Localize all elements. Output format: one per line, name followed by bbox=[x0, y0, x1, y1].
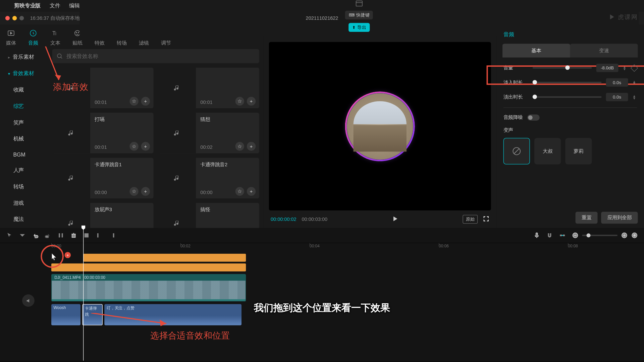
sfx-card[interactable]: 00:01 ☆+ bbox=[158, 68, 259, 108]
svg-point-8 bbox=[78, 32, 79, 33]
sidebar-item-laugh[interactable]: 笑声 bbox=[0, 115, 48, 131]
sfx-card[interactable]: 搞怪 00:01 ☆+ bbox=[158, 203, 259, 228]
delete-icon[interactable] bbox=[70, 232, 77, 239]
add-button[interactable]: + bbox=[141, 97, 150, 106]
voice-uncle[interactable]: 大叔 bbox=[534, 138, 561, 164]
music-note-icon bbox=[158, 68, 196, 108]
zoom-in-icon[interactable] bbox=[621, 232, 628, 239]
add-track-button[interactable]: + bbox=[65, 252, 71, 258]
volume-value[interactable]: -8.0dB bbox=[596, 64, 619, 72]
mic-icon[interactable] bbox=[533, 232, 540, 239]
svg-text:I: I bbox=[55, 32, 56, 36]
link-icon[interactable] bbox=[559, 232, 566, 239]
favorite-button[interactable]: ☆ bbox=[235, 187, 244, 196]
volume-slider[interactable] bbox=[533, 67, 592, 68]
fullscreen-button[interactable] bbox=[483, 216, 489, 223]
zoom-slider[interactable] bbox=[582, 235, 617, 236]
add-button[interactable]: + bbox=[247, 97, 256, 106]
effect-track[interactable] bbox=[51, 263, 644, 272]
dropdown-icon[interactable] bbox=[19, 232, 26, 239]
stepper-icon[interactable]: ▲▼ bbox=[623, 66, 627, 70]
cursor-icon bbox=[51, 253, 57, 261]
sfx-card[interactable]: 卡通弹跳音2 00:00 ☆+ bbox=[158, 158, 259, 198]
sfx-card[interactable]: 打嗝 00:01 ☆+ bbox=[52, 113, 154, 153]
player-canvas[interactable] bbox=[269, 42, 491, 210]
tab-audio[interactable]: 音频 bbox=[28, 29, 38, 46]
add-button[interactable]: + bbox=[247, 187, 256, 196]
duration-label: 00:01 bbox=[95, 144, 107, 150]
sidebar-item-variety[interactable]: 综艺 bbox=[0, 98, 48, 115]
window-controls[interactable] bbox=[5, 16, 24, 20]
favorite-button[interactable]: ☆ bbox=[235, 142, 244, 150]
menu-app[interactable]: 剪映专业版 bbox=[14, 2, 41, 9]
sidebar-item-trans[interactable]: 转场 bbox=[0, 179, 48, 195]
select-tool-icon[interactable] bbox=[6, 232, 13, 239]
favorite-button[interactable]: ☆ bbox=[129, 187, 138, 196]
play-button[interactable] bbox=[392, 216, 398, 223]
fadeout-row: 淡出时长 0.0s ▲▼ bbox=[503, 93, 637, 101]
effect-track[interactable] bbox=[51, 254, 644, 262]
zoom-out-icon[interactable] bbox=[572, 232, 579, 239]
autosave-status: 16:36:37 自动保存本地 bbox=[30, 15, 80, 21]
playhead[interactable] bbox=[83, 228, 84, 361]
split-icon[interactable] bbox=[57, 232, 64, 239]
annotation-choose: 选择合适音效和位置 bbox=[150, 330, 230, 342]
audio-clip[interactable]: Woosh bbox=[51, 304, 80, 325]
player-panel: 播放器 00:00:00:02 00:00:03:00 原始 bbox=[264, 25, 496, 228]
tab-basic[interactable]: 基本 bbox=[502, 44, 570, 58]
sidebar-item-game[interactable]: 游戏 bbox=[0, 195, 48, 212]
fadeout-value[interactable]: 0.0s bbox=[606, 93, 628, 101]
add-button[interactable]: + bbox=[247, 142, 256, 150]
denoise-toggle[interactable] bbox=[527, 114, 540, 120]
video-track[interactable]: DJI_0411.MP400:00:03:00 bbox=[51, 274, 644, 302]
reset-button[interactable]: 重置 bbox=[576, 212, 598, 224]
zoom-fit-icon[interactable] bbox=[631, 232, 638, 239]
sfx-card[interactable]: 卡通弹跳音1 00:00 ☆+ bbox=[52, 158, 154, 198]
sfx-card[interactable]: 猜想 00:02 ☆+ bbox=[158, 113, 259, 153]
timeline-ruler[interactable]: 00:00 00:02 00:04 00:06 00:08 bbox=[51, 243, 644, 251]
project-name: 202111021622 bbox=[306, 15, 338, 21]
svg-rect-24 bbox=[59, 233, 60, 237]
favorite-button[interactable]: ☆ bbox=[235, 97, 244, 106]
favorite-button[interactable]: ☆ bbox=[129, 97, 138, 106]
redo-icon[interactable] bbox=[45, 232, 51, 239]
fadeout-slider[interactable] bbox=[533, 96, 602, 98]
sidebar-item-mech[interactable]: 机械 bbox=[0, 131, 48, 147]
layout-icon[interactable] bbox=[356, 0, 363, 7]
tab-speed[interactable]: 变速 bbox=[570, 44, 638, 58]
svg-rect-25 bbox=[62, 233, 63, 237]
video-clip[interactable]: DJI_0411.MP400:00:03:00 bbox=[51, 274, 246, 302]
apply-all-button[interactable]: 应用到全部 bbox=[601, 212, 638, 224]
music-note-icon bbox=[52, 113, 90, 153]
stepper-icon[interactable]: ▲▼ bbox=[633, 95, 637, 99]
tab-text[interactable]: TI文本 bbox=[50, 29, 60, 46]
fadein-value[interactable]: 0.0s bbox=[606, 78, 628, 86]
voice-none[interactable] bbox=[503, 138, 530, 164]
fadein-row: 淡入时长 0.0s ▲▼ bbox=[503, 78, 637, 86]
mute-button[interactable] bbox=[22, 294, 35, 307]
sidebar-item-voice[interactable]: 人声 bbox=[0, 162, 48, 179]
undo-icon[interactable] bbox=[32, 232, 39, 239]
music-note-icon bbox=[158, 158, 196, 198]
ratio-button[interactable]: 原始 bbox=[463, 215, 478, 224]
fadein-slider[interactable] bbox=[533, 82, 602, 83]
magnet-icon[interactable] bbox=[546, 232, 553, 239]
add-button[interactable]: + bbox=[141, 187, 150, 196]
sidebar-item-bgm[interactable]: BGM bbox=[0, 147, 48, 162]
duration-label: 00:00 bbox=[95, 190, 107, 195]
menu-edit[interactable]: 编辑 bbox=[69, 2, 80, 9]
stepper-icon[interactable]: ▲▼ bbox=[633, 80, 637, 84]
tab-media[interactable]: 媒体 bbox=[6, 29, 16, 46]
favorite-button[interactable]: ☆ bbox=[129, 142, 138, 150]
voice-loli[interactable]: 萝莉 bbox=[565, 138, 592, 164]
menu-file[interactable]: 文件 bbox=[50, 2, 60, 9]
voicechange-label: 变声 bbox=[503, 127, 637, 133]
sidebar-item-magic[interactable]: 魔法 bbox=[0, 211, 48, 228]
keyframe-button[interactable] bbox=[631, 64, 638, 71]
add-button[interactable]: + bbox=[141, 142, 150, 150]
music-note-icon bbox=[52, 203, 90, 228]
svg-rect-30 bbox=[536, 233, 538, 236]
shortcut-button[interactable]: ⌨快捷键 bbox=[345, 11, 373, 19]
export-button[interactable]: ⬆导出 bbox=[348, 23, 370, 32]
sfx-card[interactable]: 放屁声3 00:01 ☆+ bbox=[52, 203, 154, 228]
